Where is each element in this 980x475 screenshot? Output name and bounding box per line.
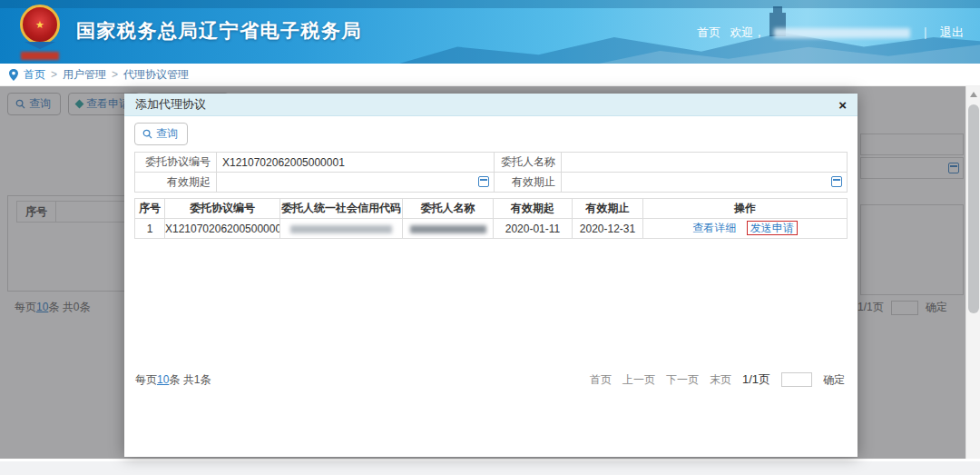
modal-body: 查询 委托协议编号 X1210702062005000001 委托人名称 有效期… [124, 116, 858, 457]
breadcrumb-separator: > [51, 68, 57, 81]
send-request-link[interactable]: 发送申请 [747, 221, 798, 235]
page-body: 查询 查看申请 序号 委托协议编号 每页10条 共0条 1/1页 [0, 86, 980, 459]
breadcrumb-home[interactable]: 首页 [24, 67, 45, 83]
th-valid-to: 有效期止 [573, 199, 643, 219]
view-detail-link[interactable]: 查看详细 [692, 222, 736, 234]
valid-from-label: 有效期起 [135, 173, 217, 193]
query-button[interactable]: 查询 [134, 123, 188, 145]
th-actions: 操作 [643, 199, 848, 219]
app-header: 国家税务总局辽宁省电子税务局 首页 欢迎， ｜ 退出 [0, 0, 980, 64]
breadcrumb-user-management[interactable]: 用户管理 [63, 67, 106, 83]
confirm-button[interactable]: 确定 [823, 372, 845, 388]
valid-to-label: 有效期止 [495, 173, 562, 193]
total-count: 共1条 [183, 373, 211, 386]
vertical-scrollbar[interactable] [965, 86, 980, 459]
calendar-icon[interactable] [831, 176, 842, 187]
calendar-icon[interactable] [478, 176, 489, 187]
th-agreement-no: 委托协议编号 [165, 199, 280, 219]
client-name-input[interactable] [562, 153, 848, 173]
add-agency-agreement-modal: 添加代理协议 × 查询 委托协议编号 X1210702062005000001 … [124, 94, 858, 457]
scrollbar-thumb[interactable] [968, 104, 979, 313]
modal-header: 添加代理协议 × [124, 94, 858, 116]
per-page-prefix: 每页 [135, 373, 157, 386]
last-page-button[interactable]: 末页 [710, 372, 731, 388]
agreement-no-value: X1210702062005000001 [222, 156, 345, 169]
cell-credit-code-redacted [280, 219, 403, 239]
cell-client-name-redacted [403, 219, 494, 239]
breadcrumb: 首页 > 用户管理 > 代理协议管理 [0, 64, 980, 86]
th-client-name: 委托人名称 [403, 199, 494, 219]
modal-title: 添加代理协议 [135, 96, 206, 113]
agreement-no-input[interactable]: X1210702062005000001 [217, 153, 495, 173]
tax-emblem-icon [20, 5, 60, 45]
per-page-link[interactable]: 10 [157, 373, 169, 386]
agreement-no-label: 委托协议编号 [135, 153, 217, 173]
modal-pagination: 每页10条 共1条 首页 上一页 下一页 末页 1/1页 确定 [135, 371, 845, 388]
table-header-row: 序号 委托协议编号 委托人统一社会信用代码 委托人名称 有效期起 有效期止 操作 [135, 199, 848, 219]
location-pin-icon [9, 69, 18, 81]
welcome-label: 欢迎， [730, 25, 765, 41]
close-icon[interactable]: × [838, 98, 847, 112]
page-indicator: 1/1页 [742, 371, 770, 388]
th-seq: 序号 [135, 199, 165, 219]
emblem-wings [24, 42, 55, 49]
table-row: 1 X1210702062005000001 2020-01-11 2020-1… [135, 219, 848, 239]
next-page-button[interactable]: 下一页 [666, 372, 699, 388]
screen: 国家税务总局辽宁省电子税务局 首页 欢迎， ｜ 退出 首页 > 用户管理 > 代… [0, 0, 980, 475]
welcome-username-redacted [774, 28, 910, 38]
prev-page-button[interactable]: 上一页 [622, 372, 655, 388]
cell-actions: 查看详细 发送申请 [643, 219, 848, 239]
pagination-summary: 每页10条 共1条 [135, 372, 211, 388]
top-nav: 首页 欢迎， ｜ 退出 [697, 25, 964, 41]
valid-to-input[interactable] [562, 173, 848, 193]
tax-bureau-logo [16, 5, 64, 60]
footer-strip [0, 459, 980, 475]
pagination-controls: 首页 上一页 下一页 末页 1/1页 确定 [590, 371, 845, 388]
nav-home-link[interactable]: 首页 [697, 25, 720, 41]
logout-link[interactable]: 退出 [940, 25, 964, 41]
first-page-button[interactable]: 首页 [590, 372, 612, 388]
page-number-input[interactable] [781, 372, 812, 387]
valid-from-input[interactable] [217, 173, 495, 193]
cell-seq: 1 [135, 219, 165, 239]
breadcrumb-agency-agreement: 代理协议管理 [123, 67, 189, 83]
cell-valid-to: 2020-12-31 [573, 219, 643, 239]
query-button-label: 查询 [156, 126, 178, 142]
page-title: 国家税务总局辽宁省电子税务局 [76, 18, 362, 44]
th-valid-from: 有效期起 [494, 199, 573, 219]
per-page-suffix: 条 [169, 373, 180, 386]
scrollbar-up-arrow[interactable] [970, 92, 977, 97]
cell-valid-from: 2020-01-11 [494, 219, 573, 239]
cell-agreement-no: X1210702062005000001 [165, 219, 280, 239]
agreements-table: 序号 委托协议编号 委托人统一社会信用代码 委托人名称 有效期起 有效期止 操作… [134, 198, 848, 239]
search-icon [142, 129, 152, 139]
logo-caption-redacted [21, 52, 59, 60]
th-credit-code: 委托人统一社会信用代码 [280, 199, 403, 219]
nav-divider: ｜ [919, 25, 931, 41]
client-name-label: 委托人名称 [495, 153, 562, 173]
search-form: 委托协议编号 X1210702062005000001 委托人名称 有效期起 有… [134, 152, 848, 193]
breadcrumb-separator: > [112, 68, 118, 81]
